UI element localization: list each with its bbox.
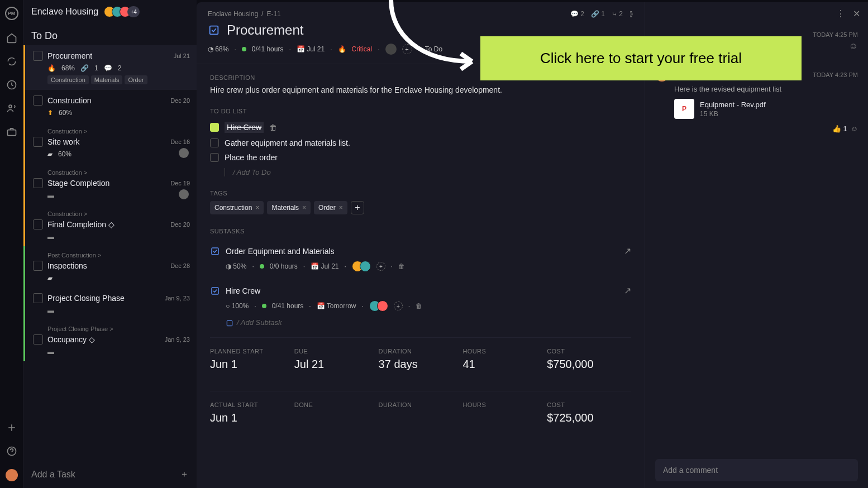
trash-icon[interactable]: 🗑 <box>398 262 405 270</box>
todo-checkbox[interactable] <box>210 153 219 162</box>
add-tag-button[interactable]: + <box>351 201 364 214</box>
arrow-flat-icon: ▰ <box>47 150 53 158</box>
member-avatars[interactable]: +4 <box>104 6 140 17</box>
task-sidebar: Enclave Housing +4 To Do ProcurementJul … <box>23 0 197 488</box>
open-subtask-icon[interactable]: ↗ <box>624 246 631 256</box>
task-checkbox[interactable] <box>33 293 43 303</box>
task-checkbox[interactable] <box>33 334 43 345</box>
todo-checkbox[interactable] <box>210 123 219 132</box>
emoji-react-icon[interactable]: ☺ <box>851 125 858 133</box>
remove-tag-icon[interactable]: × <box>255 204 259 212</box>
todo-item[interactable]: Hire Crew🗑 <box>210 119 631 136</box>
add-assignee-button[interactable]: + <box>402 44 412 54</box>
help-icon[interactable] <box>6 446 17 457</box>
trash-icon[interactable]: 🗑 <box>269 123 277 132</box>
svg-rect-4 <box>210 26 218 35</box>
task-list: ProcurementJul 21 🔥68%🔗1💬2 ConstructionM… <box>23 45 197 461</box>
links-count-icon[interactable]: 🔗 1 <box>591 10 605 18</box>
cta-banner[interactable]: Click here to start your free trial <box>480 36 802 80</box>
add-assignee-button[interactable]: + <box>394 302 403 310</box>
task-checkbox[interactable] <box>33 261 43 271</box>
task-checkbox[interactable] <box>33 51 43 61</box>
attachment[interactable]: P Equipment - Rev.pdf 15 KB <box>674 99 858 119</box>
assignee-avatar[interactable] <box>385 44 397 55</box>
assignee-avatar[interactable] <box>179 189 189 199</box>
plus-icon: ＋ <box>180 468 189 480</box>
column-title: To Do <box>23 23 197 45</box>
description-text[interactable]: Hire crew plus order equipment and mater… <box>210 85 631 94</box>
icon-rail: PM <box>0 0 23 488</box>
task-checkbox[interactable] <box>33 137 43 147</box>
svg-rect-7 <box>227 320 232 326</box>
tag-chip[interactable]: Order× <box>314 201 347 214</box>
planned-stats: PLANNED STARTJun 1 DUEJul 21 DURATION37 … <box>210 337 631 381</box>
task-type-icon <box>210 246 220 256</box>
tag-chip[interactable]: Materials× <box>267 201 311 214</box>
section-label: TO DO LIST <box>210 108 631 114</box>
actual-stats: ACTUAL STARTJun 1 DONE DURATION HOURS CO… <box>210 391 631 434</box>
task-type-icon <box>208 24 220 36</box>
breadcrumb[interactable]: Enclave Housing/E-11 <box>208 10 281 18</box>
comment-icon: 💬 <box>104 64 112 72</box>
task-type-icon <box>210 286 220 296</box>
remove-tag-icon[interactable]: × <box>339 204 343 212</box>
task-construction[interactable]: ConstructionDec 20 ⬆60% <box>23 90 197 122</box>
flame-icon: 🔥 <box>338 45 346 53</box>
pdf-icon: P <box>674 99 694 119</box>
task-checkbox[interactable] <box>33 178 43 188</box>
add-subtask-input[interactable]: / Add Subtask <box>210 318 631 327</box>
add-todo-input[interactable]: / Add To Do <box>225 168 631 176</box>
add-icon[interactable] <box>6 422 17 433</box>
task-occupancy[interactable]: Project Closing Phase > Occupancy ◇Jan 9… <box>23 320 197 361</box>
team-icon[interactable] <box>6 103 17 114</box>
svg-rect-2 <box>7 130 16 136</box>
project-title: Enclave Housing <box>31 7 98 17</box>
close-icon[interactable]: ✕ <box>853 8 860 19</box>
open-subtask-icon[interactable]: ↗ <box>624 285 631 296</box>
tags-row: Construction× Materials× Order× + <box>210 201 631 214</box>
task-checkbox[interactable] <box>33 219 43 229</box>
task-stage-completion[interactable]: Construction > Stage CompletionDec 19 ▬ <box>23 164 197 205</box>
task-project-closing[interactable]: Project Closing PhaseJan 9, 23 ▬ <box>23 288 197 320</box>
task-sitework[interactable]: Construction > Site workDec 16 ▰60% <box>23 122 197 164</box>
refresh-icon[interactable] <box>6 56 17 67</box>
more-icon[interactable]: ⋮ <box>836 8 845 19</box>
arrow-up-icon: ⬆ <box>47 109 53 117</box>
task-title: Procurement <box>227 22 303 38</box>
task-checkbox[interactable] <box>33 95 43 106</box>
arrow-flat-icon: ▰ <box>47 274 53 282</box>
subtasks-count-icon[interactable]: ⤷ 2 <box>612 10 623 18</box>
expand-icon[interactable]: ⟫ <box>629 10 633 18</box>
dash-icon: ▬ <box>47 233 54 241</box>
todo-item[interactable]: Place the order <box>210 150 631 165</box>
briefcase-icon[interactable] <box>6 126 17 137</box>
app-logo[interactable]: PM <box>5 7 18 20</box>
svg-rect-5 <box>212 248 218 255</box>
clock-icon[interactable] <box>6 79 17 90</box>
task-final-completion[interactable]: Construction > Final Completion ◇Dec 20 … <box>23 205 197 246</box>
flame-icon: 🔥 <box>47 64 56 72</box>
trash-icon[interactable]: 🗑 <box>416 302 422 310</box>
add-task-button[interactable]: Add a Task ＋ <box>23 461 197 488</box>
home-icon[interactable] <box>6 32 17 44</box>
task-procurement[interactable]: ProcurementJul 21 🔥68%🔗1💬2 ConstructionM… <box>23 45 197 90</box>
current-user-avatar[interactable] <box>6 469 18 481</box>
link-icon: 🔗 <box>80 64 89 72</box>
comment-input[interactable]: Add a comment <box>655 459 858 481</box>
todo-item[interactable]: Gather equipment and materials list. <box>210 136 631 150</box>
tag-chip[interactable]: Construction× <box>210 201 264 214</box>
add-assignee-button[interactable]: + <box>376 262 385 271</box>
subtask-item[interactable]: Hire Crew↗ ○ 100%·0/41 hours·📅 Tomorrow·… <box>210 279 631 318</box>
remove-tag-icon[interactable]: × <box>302 204 306 212</box>
calendar-icon[interactable]: 📅 Jul 21 <box>297 45 325 53</box>
thumbs-up-reaction[interactable]: 👍 1 <box>832 125 847 133</box>
svg-point-1 <box>9 105 12 108</box>
assignee-avatar[interactable] <box>179 148 189 158</box>
subtask-item[interactable]: Order Equipment and Materials↗ ◑ 50%·0/0… <box>210 239 631 279</box>
task-inspections[interactable]: Post Construction > InspectionsDec 28 ▰ <box>23 246 197 288</box>
dash-icon: ▬ <box>47 307 54 314</box>
section-label: TAGS <box>210 190 631 197</box>
todo-checkbox[interactable] <box>210 138 219 147</box>
comments-count-icon[interactable]: 💬 2 <box>570 10 584 18</box>
dash-icon: ▬ <box>47 348 54 356</box>
